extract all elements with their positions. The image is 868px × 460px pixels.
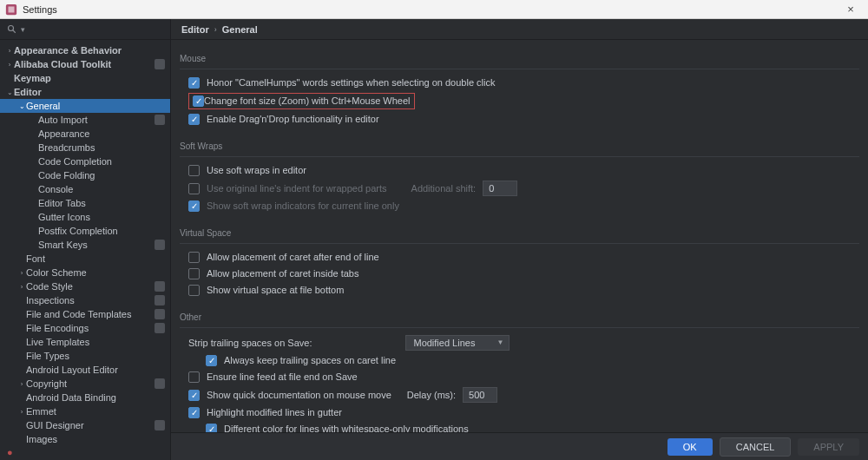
option-row: ✓Enable Drag'n'Drop functionality in edi… xyxy=(180,111,859,128)
project-badge-icon xyxy=(155,281,165,292)
breadcrumb-leaf: General xyxy=(222,24,258,35)
sidebar-item-label: Keymap xyxy=(14,73,165,83)
sidebar-item-label: Inspections xyxy=(26,295,151,306)
ok-button[interactable]: OK xyxy=(667,438,713,456)
sidebar-item-general[interactable]: ⌄General xyxy=(0,99,170,113)
sidebar-item-label: Color Scheme xyxy=(26,267,165,278)
checkbox[interactable] xyxy=(188,268,200,279)
sidebar-item-font[interactable]: Font xyxy=(0,252,170,266)
section-virtual: Virtual Space Allow placement of caret a… xyxy=(171,221,868,306)
sidebar-item-color-scheme[interactable]: ›Color Scheme xyxy=(0,266,170,279)
sidebar-item-alibaba-cloud-toolkit[interactable]: ›Alibaba Cloud Toolkit xyxy=(0,57,170,71)
sidebar-item-label: Emmet xyxy=(26,406,165,417)
expand-icon: ⌄ xyxy=(17,102,26,110)
checkbox[interactable] xyxy=(188,371,200,383)
project-badge-icon xyxy=(155,378,165,389)
sidebar-item-smart-keys[interactable]: Smart Keys xyxy=(0,238,170,252)
sidebar-item-breadcrumbs[interactable]: Breadcrumbs xyxy=(0,141,170,154)
sidebar-item-file-and-code-templates[interactable]: File and Code Templates xyxy=(0,307,170,321)
titlebar: Settings × xyxy=(0,0,868,19)
section-softwraps: Soft Wraps Use soft wraps in editorUse o… xyxy=(171,135,868,221)
sidebar-item-images[interactable]: Images xyxy=(0,432,170,444)
option-label: Enable Drag'n'Drop functionality in edit… xyxy=(207,113,379,126)
delay-label: Delay (ms): xyxy=(407,389,456,402)
sidebar-item-label: Postfix Completion xyxy=(38,226,165,236)
option-label: Show quick documentation on mouse move xyxy=(207,389,391,402)
sidebar-item-appearance[interactable]: Appearance xyxy=(0,127,170,141)
sidebar-item-android-layout-editor[interactable]: Android Layout Editor xyxy=(0,363,170,377)
breadcrumb: Editor › General xyxy=(171,19,868,40)
close-icon[interactable]: × xyxy=(838,3,863,16)
sidebar-item-gutter-icons[interactable]: Gutter Icons xyxy=(0,210,170,224)
checkbox[interactable]: ✓ xyxy=(188,390,200,401)
sidebar-item-label: Appearance & Behavior xyxy=(14,45,165,56)
sidebar-item-appearance-behavior[interactable]: ›Appearance & Behavior xyxy=(0,43,170,57)
checkbox[interactable] xyxy=(188,252,200,263)
section-mouse: Mouse ✓Honor "CamelHumps" words settings… xyxy=(171,47,868,135)
sidebar-item-code-folding[interactable]: Code Folding xyxy=(0,168,170,182)
option-row: Use soft wraps in editor xyxy=(180,162,859,179)
checkbox[interactable] xyxy=(188,165,200,176)
checkbox[interactable]: ✓ xyxy=(188,407,200,418)
sidebar-item-file-encodings[interactable]: File Encodings xyxy=(0,321,170,335)
settings-content: Mouse ✓Honor "CamelHumps" words settings… xyxy=(171,40,868,432)
sidebar-item-editor[interactable]: ⌄Editor xyxy=(0,85,170,99)
checkbox[interactable]: ✓ xyxy=(193,95,204,107)
expand-icon: › xyxy=(17,408,26,416)
sidebar-item-inspections[interactable]: Inspections xyxy=(0,293,170,307)
sidebar-item-keymap[interactable]: Keymap xyxy=(0,71,170,85)
checkbox[interactable] xyxy=(188,183,200,194)
option-row: Use original line's indent for wrapped p… xyxy=(180,179,859,198)
checkbox[interactable]: ✓ xyxy=(188,77,200,89)
search-caret: ▾ xyxy=(21,25,25,34)
sidebar-item-file-types[interactable]: File Types xyxy=(0,349,170,363)
sidebar-item-android-data-binding[interactable]: Android Data Binding xyxy=(0,391,170,404)
sidebar-item-live-templates[interactable]: Live Templates xyxy=(0,335,170,349)
sidebar-item-copyright[interactable]: ›Copyright xyxy=(0,377,170,391)
sidebar-item-postfix-completion[interactable]: Postfix Completion xyxy=(0,224,170,238)
sidebar-item-label: Font xyxy=(26,253,165,264)
option-label: Show soft wrap indicators for current li… xyxy=(207,200,399,213)
chevron-right-icon: › xyxy=(214,25,217,34)
sidebar-item-code-style[interactable]: ›Code Style xyxy=(0,279,170,293)
sidebar-item-label: File Encodings xyxy=(26,323,151,333)
option-row: Show virtual space at file bottom xyxy=(180,282,859,299)
option-label: Different color for lines with whitespac… xyxy=(224,423,469,432)
search-icon xyxy=(7,24,17,35)
checkbox[interactable]: ✓ xyxy=(188,200,200,212)
search-field[interactable]: ▾ xyxy=(0,19,170,40)
checkbox[interactable]: ✓ xyxy=(206,424,217,432)
expand-icon: › xyxy=(5,61,14,69)
breadcrumb-root[interactable]: Editor xyxy=(181,24,209,35)
sidebar-item-console[interactable]: Console xyxy=(0,182,170,196)
sidebar-item-label: General xyxy=(26,101,165,111)
cancel-button[interactable]: CANCEL xyxy=(720,437,792,457)
sidebar-item-auto-import[interactable]: Auto Import xyxy=(0,113,170,127)
checkbox[interactable]: ✓ xyxy=(188,114,200,125)
project-badge-icon xyxy=(155,420,165,430)
svg-point-2 xyxy=(9,25,14,30)
checkbox[interactable]: ✓ xyxy=(206,355,217,366)
checkbox[interactable] xyxy=(188,285,200,296)
sidebar-item-code-completion[interactable]: Code Completion xyxy=(0,154,170,168)
window-title: Settings xyxy=(23,4,838,15)
sidebar-item-gui-designer[interactable]: GUI Designer xyxy=(0,418,170,432)
option-row: ✓Change font size (Zoom) with Ctrl+Mouse… xyxy=(180,91,859,111)
delay-input[interactable] xyxy=(463,387,497,403)
sidebar-item-emmet[interactable]: ›Emmet xyxy=(0,404,170,418)
project-badge-icon xyxy=(155,295,165,306)
sidebar-item-label: Copyright xyxy=(26,378,151,389)
option-row: Ensure line feed at file end on Save xyxy=(180,369,859,385)
sidebar: ▾ ›Appearance & Behavior›Alibaba Cloud T… xyxy=(0,19,171,460)
option-label: Use original line's indent for wrapped p… xyxy=(207,182,387,195)
option-row: ✓Highlight modified lines in gutter xyxy=(180,404,859,421)
sidebar-item-editor-tabs[interactable]: Editor Tabs xyxy=(0,196,170,210)
option-label: Highlight modified lines in gutter xyxy=(207,406,342,419)
project-badge-icon xyxy=(155,309,165,319)
option-row: ✓Different color for lines with whitespa… xyxy=(180,421,859,432)
sidebar-item-label: GUI Designer xyxy=(26,420,151,430)
apply-button: APPLY xyxy=(798,438,859,456)
project-badge-icon xyxy=(155,240,165,250)
strip-spaces-select[interactable]: Modified Lines xyxy=(405,335,510,351)
status-dot-icon: ● xyxy=(0,444,170,460)
